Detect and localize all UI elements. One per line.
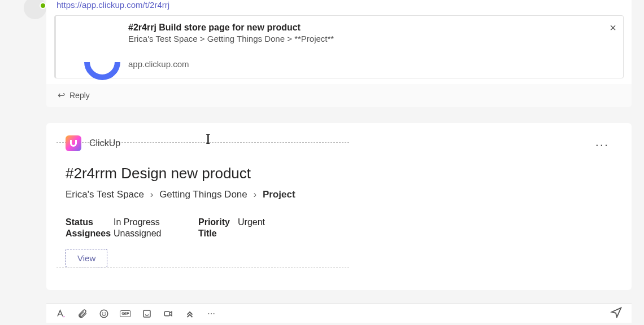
presence-available-icon xyxy=(40,2,46,9)
card-more-button[interactable]: ··· xyxy=(595,138,609,152)
svg-rect-3 xyxy=(143,310,150,317)
clickup-smile-icon xyxy=(77,55,117,71)
chat-message: https://app.clickup.com/t/2r4rrj #2r4rrj… xyxy=(46,0,632,107)
svg-point-2 xyxy=(105,313,106,313)
clickup-arrow-icon xyxy=(77,24,117,45)
title-value xyxy=(238,229,612,239)
link-preview-path: Erica's Test Space > Getting Things Done… xyxy=(128,34,613,43)
more-icon[interactable]: ··· xyxy=(206,308,217,319)
priority-label: Priority xyxy=(198,217,238,227)
reply-arrow-icon: ↩ xyxy=(58,90,65,100)
message-link[interactable]: https://app.clickup.com/t/2r4rrj xyxy=(46,0,632,13)
breadcrumb-item[interactable]: Getting Things Done xyxy=(159,189,247,200)
compose-box[interactable]: ClickUp I ··· #2r4rrm Design new product… xyxy=(46,123,632,290)
svg-rect-4 xyxy=(164,311,169,316)
sticker-icon[interactable] xyxy=(141,308,153,319)
link-preview-title: #2r4rrj Build store page for new product xyxy=(128,23,613,33)
gif-icon[interactable]: GIF xyxy=(120,308,131,319)
attach-icon[interactable] xyxy=(77,308,88,319)
assignees-label: Assignees xyxy=(66,229,114,239)
text-cursor-icon: I xyxy=(206,131,211,148)
clickup-app-icon xyxy=(66,135,81,151)
assignees-value: Unassigned xyxy=(114,229,198,239)
priority-value: Urgent xyxy=(238,217,612,227)
link-preview-card[interactable]: #2r4rrj Build store page for new product… xyxy=(54,15,624,78)
title-label: Title xyxy=(198,229,238,239)
reply-button[interactable]: ↩ Reply xyxy=(46,84,632,107)
link-preview-logo xyxy=(66,23,128,71)
send-icon[interactable] xyxy=(610,306,623,321)
clickup-extension-icon[interactable] xyxy=(184,308,195,319)
svg-point-1 xyxy=(102,313,103,313)
app-name: ClickUp xyxy=(89,138,120,148)
breadcrumb-item[interactable]: Erica's Test Space xyxy=(66,189,144,200)
divider xyxy=(56,267,349,267)
card-title: #2r4rrm Design new product xyxy=(66,165,612,182)
link-preview-domain: app.clickup.com xyxy=(128,59,613,69)
emoji-icon[interactable] xyxy=(98,308,110,319)
format-icon[interactable] xyxy=(55,308,67,319)
compose-toolbar: GIF ··· xyxy=(46,304,632,323)
meet-icon[interactable] xyxy=(163,308,174,319)
status-label: Status xyxy=(66,217,114,227)
svg-point-0 xyxy=(100,310,108,318)
view-button[interactable]: View xyxy=(66,249,107,267)
status-value: In Progress xyxy=(114,217,198,227)
close-icon[interactable]: × xyxy=(610,21,616,34)
reply-label: Reply xyxy=(69,91,90,100)
breadcrumb-item[interactable]: Project xyxy=(263,189,295,200)
breadcrumb: Erica's Test Space › Getting Things Done… xyxy=(66,189,612,200)
